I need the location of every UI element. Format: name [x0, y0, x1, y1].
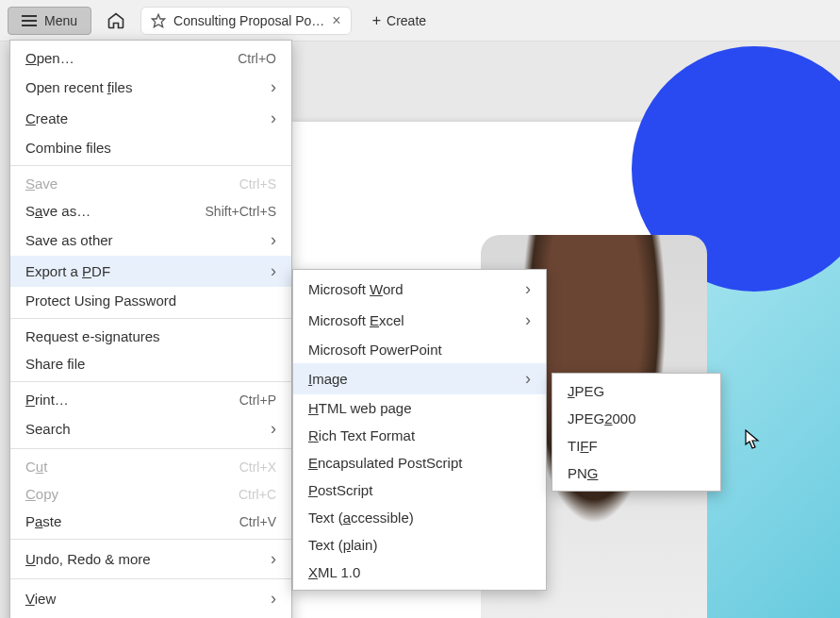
menu-item-label: Open…: [25, 50, 74, 66]
main-menu-item-open[interactable]: Open…Ctrl+O: [10, 44, 291, 72]
main-menu-item-save-as-other[interactable]: Save as other: [10, 225, 291, 256]
export-submenu-item-postscript[interactable]: PostScript: [293, 476, 546, 504]
main-menu-item-open-recent-files[interactable]: Open recent files: [10, 72, 291, 103]
main-menu-sep: [10, 318, 291, 319]
menu-item-label: JPEG: [568, 383, 604, 399]
chevron-right-icon: [271, 109, 276, 128]
main-menu-item-search[interactable]: Search: [10, 413, 291, 444]
create-button[interactable]: + Create: [359, 8, 439, 34]
export-submenu-item-text-plain[interactable]: Text (plain): [293, 531, 546, 559]
menu-item-label: Export a PDF: [25, 263, 110, 279]
menu-item-label: Protect Using Password: [25, 292, 176, 309]
main-menu-item-save: SaveCtrl+S: [10, 170, 291, 197]
menu-button-label: Menu: [44, 13, 77, 28]
export-submenu-item-microsoft-powerpoint[interactable]: Microsoft PowerPoint: [293, 336, 546, 363]
menu-item-label: Save: [25, 175, 58, 192]
home-button[interactable]: [99, 6, 133, 36]
image-submenu: JPEGJPEG2000TIFFPNG: [552, 373, 721, 492]
chevron-right-icon: [271, 419, 276, 439]
image-submenu-item-jpeg2000[interactable]: JPEG2000: [552, 405, 720, 432]
menu-item-label: JPEG2000: [568, 410, 636, 426]
tab-title: Consulting Proposal Po…: [173, 13, 324, 28]
main-menu-sep: [10, 578, 291, 579]
menu-item-label: Text (plain): [308, 537, 377, 553]
image-submenu-item-png[interactable]: PNG: [552, 459, 720, 487]
menu-item-label: HTML web page: [308, 400, 412, 416]
menu-item-label: Combine files: [25, 140, 111, 156]
menu-item-label: Print…: [25, 392, 69, 408]
main-menu-item-create[interactable]: Create: [10, 103, 291, 134]
export-submenu-item-xml-1-0[interactable]: XML 1.0: [293, 559, 546, 586]
chevron-right-icon: [271, 77, 276, 97]
menu-item-label: Save as other: [25, 232, 113, 248]
menu-item-label: Create: [25, 110, 68, 126]
main-menu-item-export-a-pdf[interactable]: Export a PDF: [10, 256, 291, 287]
main-menu-sep: [10, 448, 291, 449]
export-submenu-item-microsoft-word[interactable]: Microsoft Word: [293, 274, 546, 305]
export-submenu-item-html-web-page[interactable]: HTML web page: [293, 394, 546, 422]
hamburger-icon: [22, 15, 37, 26]
chevron-right-icon: [271, 230, 276, 250]
export-pdf-submenu: Microsoft WordMicrosoft ExcelMicrosoft P…: [292, 269, 547, 591]
menu-item-label: TIFF: [568, 438, 598, 454]
export-submenu-item-rich-text-format[interactable]: Rich Text Format: [293, 422, 546, 449]
chevron-right-icon: [525, 279, 531, 299]
star-icon: [151, 13, 166, 28]
image-submenu-item-jpeg[interactable]: JPEG: [552, 377, 720, 405]
chevron-right-icon: [525, 310, 531, 330]
main-menu-item-print[interactable]: Print…Ctrl+P: [10, 386, 291, 413]
menu-item-label: Microsoft Word: [308, 281, 404, 297]
menu-item-label: Open recent files: [25, 79, 132, 95]
main-menu-item-save-as[interactable]: Save as…Shift+Ctrl+S: [10, 197, 291, 225]
menu-item-label: Microsoft PowerPoint: [308, 342, 442, 358]
chevron-right-icon: [271, 589, 276, 609]
chevron-right-icon: [271, 549, 276, 569]
menu-item-label: PNG: [568, 465, 599, 481]
menu-item-shortcut: Ctrl+P: [239, 393, 276, 408]
chevron-right-icon: [525, 369, 531, 389]
menu-item-label: Share file: [25, 356, 85, 372]
menu-item-shortcut: Ctrl+V: [239, 514, 276, 529]
menu-item-shortcut: Ctrl+S: [239, 176, 276, 192]
main-menu-item-combine-files[interactable]: Combine files: [10, 134, 291, 161]
image-submenu-item-tiff[interactable]: TIFF: [552, 432, 720, 459]
svg-marker-0: [152, 14, 164, 26]
main-menu-item-undo-redo-more[interactable]: Undo, Redo & more: [10, 543, 291, 575]
main-menu-sep: [10, 539, 291, 540]
menu-button[interactable]: Menu: [8, 7, 91, 35]
tab-close-button[interactable]: ×: [332, 13, 340, 28]
menu-item-label: Cut: [25, 459, 47, 475]
export-submenu-item-encapsulated-postscript[interactable]: Encapsulated PostScript: [293, 449, 546, 476]
menu-item-shortcut: Ctrl+C: [239, 487, 276, 502]
main-menu-item-cut: CutCtrl+X: [10, 453, 291, 480]
chevron-right-icon: [271, 261, 276, 281]
menu-item-shortcut: Ctrl+O: [238, 51, 276, 66]
menu-item-label: PostScript: [308, 482, 372, 498]
home-icon: [107, 11, 125, 30]
main-menu-item-view[interactable]: View: [10, 583, 291, 614]
menu-item-label: Microsoft Excel: [308, 312, 404, 328]
menu-item-label: Search: [25, 421, 71, 437]
menu-item-label: Copy: [25, 486, 58, 502]
export-submenu-item-image[interactable]: Image: [293, 363, 546, 394]
menu-item-shortcut: Shift+Ctrl+S: [206, 204, 276, 219]
menu-item-label: Encapsulated PostScript: [308, 455, 462, 471]
main-menu-sep: [10, 381, 291, 382]
export-submenu-item-text-accessible[interactable]: Text (accessible): [293, 504, 546, 531]
menu-item-label: Text (accessible): [308, 509, 414, 526]
main-menu-item-paste[interactable]: PasteCtrl+V: [10, 508, 291, 535]
create-button-label: Create: [387, 13, 426, 28]
menu-item-label: Image: [308, 371, 348, 387]
plus-icon: +: [372, 13, 381, 28]
main-menu-item-share-file[interactable]: Share file: [10, 350, 291, 377]
menu-item-label: Request e-signatures: [25, 328, 160, 344]
export-submenu-item-microsoft-excel[interactable]: Microsoft Excel: [293, 305, 546, 336]
toolbar: Menu Consulting Proposal Po… × + Create: [0, 0, 840, 42]
main-menu-item-request-e-signatures[interactable]: Request e-signatures: [10, 323, 291, 350]
document-tab[interactable]: Consulting Proposal Po… ×: [140, 7, 352, 35]
menu-item-label: XML 1.0: [308, 564, 360, 580]
menu-item-label: Undo, Redo & more: [25, 551, 151, 567]
main-menu-item-protect-using-password[interactable]: Protect Using Password: [10, 287, 291, 314]
main-menu-item-copy: CopyCtrl+C: [10, 480, 291, 508]
menu-item-label: Rich Text Format: [308, 427, 415, 443]
